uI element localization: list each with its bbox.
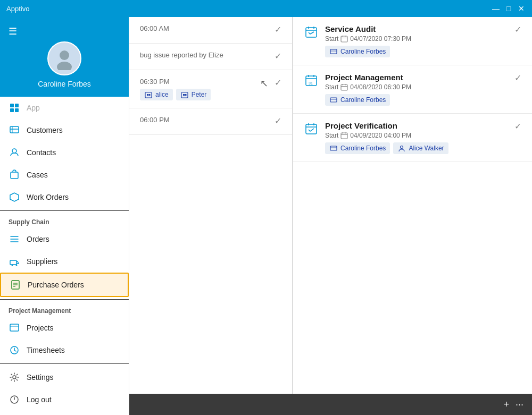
bottom-bar: + ··· <box>129 394 532 415</box>
assignee-name: Alice Walker <box>409 145 444 152</box>
close-button[interactable]: ✕ <box>517 4 526 13</box>
assignee-name: Caroline Forbes <box>340 145 386 152</box>
sidebar-item-label: Orders <box>27 235 49 243</box>
right-task-item: 31 Project Management Start 04/08/2020 0… <box>293 65 532 114</box>
right-task-title: Service Audit <box>325 24 508 33</box>
date-text: 04/09/2020 04:00 PM <box>350 132 411 139</box>
purchase-orders-icon <box>10 279 21 291</box>
task-item: 06:30 PM alice <box>129 70 292 108</box>
task-content: 06:00 PM <box>140 116 268 127</box>
sidebar-item-label: Timesheets <box>27 346 65 354</box>
sidebar-item-suppliers[interactable]: Suppliers <box>0 250 129 273</box>
svg-rect-11 <box>10 260 16 265</box>
assignee-tag: Caroline Forbes <box>325 94 390 106</box>
sidebar-item-label: Cases <box>27 171 48 179</box>
svg-point-62 <box>401 146 403 149</box>
divider-supply-chain <box>0 210 129 211</box>
svg-rect-31 <box>306 28 317 37</box>
svg-rect-56 <box>341 133 347 139</box>
svg-rect-4 <box>10 108 14 112</box>
customers-icon <box>9 124 20 136</box>
task-content: 06:00 AM <box>140 24 268 36</box>
date-text: 04/08/2020 06:30 PM <box>350 83 411 91</box>
svg-point-12 <box>12 265 13 266</box>
task-calendar-31-icon: 31 <box>304 73 319 88</box>
main-split: 06:00 AM ✓ bug issue reported by Elize ✓ <box>129 17 532 394</box>
svg-point-23 <box>13 376 16 379</box>
assignee-building-icon <box>144 90 153 99</box>
assignee-tag: Peter <box>176 89 211 100</box>
window-controls: — □ ✕ <box>492 4 526 13</box>
more-button[interactable]: ··· <box>516 399 523 410</box>
svg-rect-3 <box>15 104 19 107</box>
hamburger-button[interactable]: ☰ <box>9 26 17 37</box>
assignee-tags: Caroline Forbes <box>325 46 508 57</box>
sidebar-item-settings[interactable]: Settings <box>0 366 129 388</box>
svg-rect-60 <box>330 146 337 150</box>
sidebar-item-workorders[interactable]: Work Orders <box>0 186 129 208</box>
right-task-check-icon: ✓ <box>514 121 521 131</box>
sidebar-item-label: App <box>27 104 40 112</box>
assignee-tag: Alice Walker <box>393 142 448 154</box>
settings-icon <box>9 371 20 383</box>
section-project-management: Project Management <box>0 302 129 317</box>
start-label: Start <box>325 35 338 43</box>
task-description: bug issue reported by Elize <box>140 51 268 59</box>
task-check-icon: ✓ <box>275 78 281 88</box>
minimize-button[interactable]: — <box>492 4 500 13</box>
task-check-icon: ✓ <box>275 24 281 35</box>
sidebar-item-app[interactable]: App <box>0 97 129 119</box>
svg-point-1 <box>57 62 72 70</box>
projects-icon <box>9 322 20 334</box>
sidebar-item-orders[interactable]: Orders <box>0 228 129 250</box>
task-content: bug issue reported by Elize <box>140 51 268 62</box>
sidebar-item-label: Work Orders <box>27 193 69 201</box>
task-content: 06:30 PM alice <box>140 78 254 100</box>
sidebar-item-label: Projects <box>27 324 54 332</box>
right-task-item: Project Verification Start 04/09/2020 04… <box>293 114 532 162</box>
sidebar-item-cases[interactable]: Cases <box>0 164 129 186</box>
app-icon <box>9 102 20 114</box>
add-button[interactable]: + <box>503 399 509 410</box>
sidebar-item-timesheets[interactable]: Timesheets <box>0 339 129 361</box>
sidebar-item-customers[interactable]: Customers <box>0 119 129 141</box>
svg-rect-18 <box>10 324 19 331</box>
title-bar: Apptivo — □ ✕ <box>0 0 532 17</box>
app-container: ☰ Caroline Forbes App Customers <box>0 0 532 415</box>
assignee-building-icon <box>180 90 189 99</box>
task-time: 06:00 PM <box>140 116 170 124</box>
app-title: Apptivo <box>6 5 29 13</box>
task-check-icon: ✓ <box>275 116 281 126</box>
avatar <box>47 41 81 75</box>
logout-icon <box>9 394 20 405</box>
svg-line-22 <box>14 350 16 351</box>
assignee-tag: Caroline Forbes <box>325 46 390 57</box>
svg-rect-2 <box>10 104 14 107</box>
svg-rect-30 <box>185 94 186 96</box>
right-task-date: Start 04/08/2020 06:30 PM <box>325 83 508 91</box>
assignee-card-icon <box>329 144 338 153</box>
assignee-name: Caroline Forbes <box>340 96 386 104</box>
start-label: Start <box>325 132 338 139</box>
assignee-tags: alice Peter <box>140 89 254 100</box>
task-check-icon: ✓ <box>275 51 281 61</box>
sidebar-item-projects[interactable]: Projects <box>0 317 129 339</box>
right-tasks-panel: Service Audit Start 04/07/2020 07:30 PM <box>293 17 532 394</box>
sidebar-item-purchase-orders[interactable]: Purchase Orders <box>0 273 129 297</box>
svg-rect-29 <box>183 94 185 96</box>
svg-rect-27 <box>149 94 151 96</box>
contacts-icon <box>9 147 20 158</box>
assignee-card-icon <box>329 96 338 104</box>
task-desc-text: bug issue reported by Elize <box>140 51 223 59</box>
svg-point-9 <box>12 149 16 153</box>
divider-project-mgmt <box>0 299 129 300</box>
sidebar-item-contacts[interactable]: Contacts <box>0 141 129 164</box>
maximize-button[interactable]: □ <box>504 4 513 13</box>
task-item: bug issue reported by Elize ✓ <box>129 44 292 70</box>
right-task-date: Start 04/07/2020 07:30 PM <box>325 35 508 43</box>
sidebar-item-logout[interactable]: Log out <box>0 388 129 411</box>
assignee-tag: alice <box>140 89 173 100</box>
right-task-body: Project Management Start 04/08/2020 06:3… <box>325 73 508 106</box>
task-item: 06:00 PM ✓ <box>129 108 292 135</box>
sidebar-username: Caroline Forbes <box>38 80 91 88</box>
